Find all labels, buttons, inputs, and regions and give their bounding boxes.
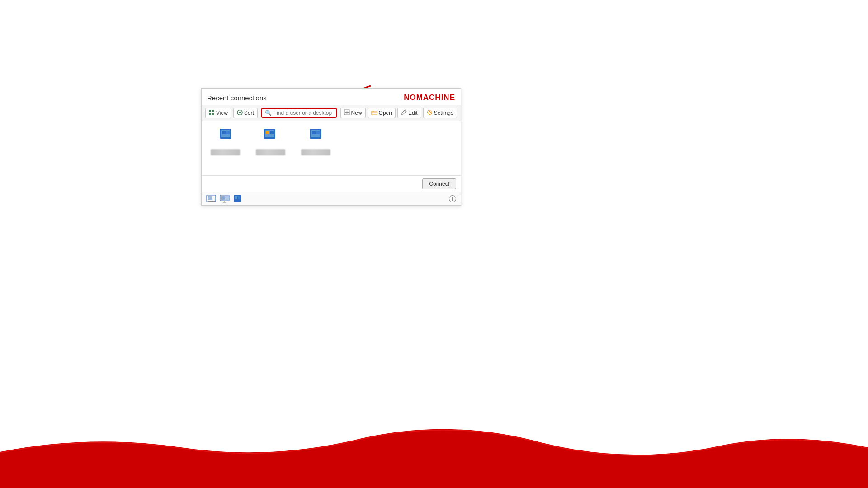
main-panel: Recent connections NOMACHINE View xyxy=(201,88,461,206)
svg-rect-28 xyxy=(208,196,212,200)
new-button[interactable]: New xyxy=(340,108,366,118)
svg-rect-3 xyxy=(209,113,211,115)
connection-label-1 xyxy=(211,149,240,155)
open-button[interactable]: Open xyxy=(368,108,396,118)
svg-point-10 xyxy=(427,110,432,115)
connection-icon-1 xyxy=(213,128,238,148)
svg-rect-29 xyxy=(208,201,215,202)
view-icon xyxy=(209,110,215,117)
connection-icon-2 xyxy=(258,128,283,148)
connect-button[interactable]: Connect xyxy=(422,178,456,189)
list-item[interactable] xyxy=(297,128,334,155)
new-icon xyxy=(344,109,350,117)
settings-icon xyxy=(427,109,433,117)
settings-view-icon[interactable] xyxy=(233,195,243,203)
connections-area xyxy=(202,121,461,175)
sort-button[interactable]: Sort xyxy=(233,108,258,118)
wave-decoration xyxy=(0,416,868,488)
search-input[interactable] xyxy=(274,110,333,116)
settings-button[interactable]: Settings xyxy=(423,108,457,118)
settings-label: Settings xyxy=(434,110,453,116)
svg-rect-32 xyxy=(225,196,229,200)
connection-label-2 xyxy=(256,149,285,155)
panel-title: Recent connections xyxy=(207,94,267,102)
list-item[interactable] xyxy=(207,128,243,155)
icon-bar-left xyxy=(206,195,243,203)
svg-rect-22 xyxy=(270,131,274,134)
edit-label: Edit xyxy=(408,110,418,116)
svg-rect-17 xyxy=(222,131,226,134)
svg-rect-37 xyxy=(238,196,240,199)
connections-list-icon[interactable] xyxy=(206,195,216,203)
connection-icon-3 xyxy=(303,128,328,148)
connections-grid xyxy=(207,128,455,155)
list-item[interactable] xyxy=(252,128,288,155)
edit-button[interactable]: Edit xyxy=(397,108,421,118)
svg-rect-18 xyxy=(226,131,230,134)
svg-rect-4 xyxy=(212,113,214,115)
new-label: New xyxy=(351,110,362,116)
desktop-view-icon[interactable] xyxy=(220,195,230,203)
panel-footer: Connect xyxy=(202,175,461,192)
svg-rect-26 xyxy=(316,131,320,134)
view-button[interactable]: View xyxy=(205,108,231,118)
icon-bar: ℹ xyxy=(202,192,461,205)
panel-header: Recent connections NOMACHINE xyxy=(202,89,461,105)
info-icon[interactable]: ℹ xyxy=(449,195,456,202)
open-label: Open xyxy=(379,110,392,116)
search-icon: 🔍 xyxy=(265,110,272,116)
search-box: 🔍 xyxy=(261,108,337,118)
edit-icon xyxy=(401,109,407,117)
svg-rect-31 xyxy=(221,196,225,200)
svg-rect-1 xyxy=(209,110,211,112)
sort-label: Sort xyxy=(244,110,254,116)
svg-point-9 xyxy=(429,112,430,113)
svg-rect-21 xyxy=(266,131,269,134)
svg-rect-2 xyxy=(212,110,214,112)
toolbar: View Sort 🔍 xyxy=(202,105,461,121)
sort-icon xyxy=(237,110,243,117)
nomachine-logo: NOMACHINE xyxy=(404,93,455,102)
connection-label-3 xyxy=(301,149,330,155)
svg-rect-36 xyxy=(235,196,237,199)
view-label: View xyxy=(216,110,228,116)
svg-rect-25 xyxy=(312,131,316,134)
open-icon xyxy=(371,110,377,117)
